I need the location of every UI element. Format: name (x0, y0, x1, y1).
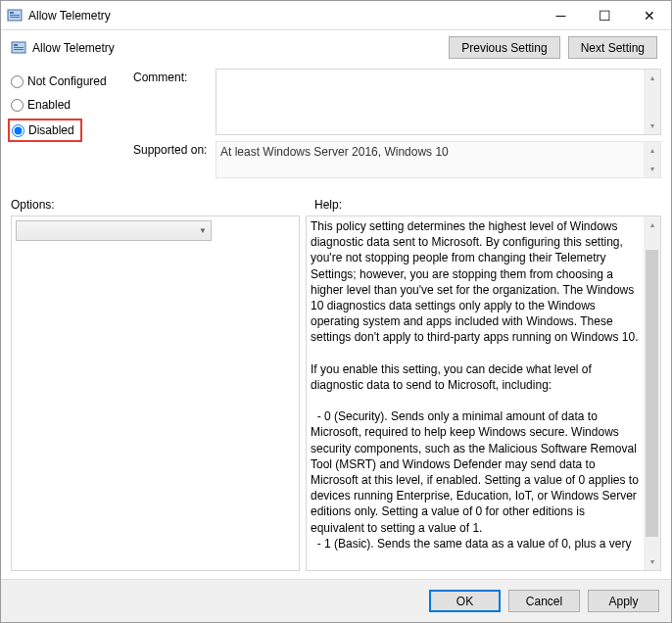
scroll-down-icon[interactable]: ▾ (644, 553, 660, 570)
policy-title: Allow Telemetry (32, 41, 449, 55)
radio-disabled-label: Disabled (28, 123, 74, 137)
radio-not-configured-input[interactable] (11, 75, 24, 88)
options-section-label: Options: (11, 198, 314, 212)
options-pane: ▼ (11, 216, 300, 571)
help-section-label: Help: (314, 198, 661, 212)
previous-setting-button[interactable]: Previous Setting (449, 36, 559, 59)
svg-rect-2 (10, 15, 20, 16)
scroll-down-icon[interactable]: ▾ (644, 161, 660, 177)
comment-box: ▴ ▾ (216, 69, 661, 135)
scroll-up-icon[interactable]: ▴ (644, 70, 660, 86)
close-button[interactable]: ✕ (627, 1, 671, 29)
scroll-up-icon[interactable]: ▴ (644, 216, 660, 233)
window-title: Allow Telemetry (28, 9, 539, 23)
svg-rect-1 (10, 12, 14, 14)
cancel-button[interactable]: Cancel (508, 590, 580, 612)
radio-enabled-label: Enabled (27, 98, 71, 112)
titlebar: Allow Telemetry ─ ☐ ✕ (1, 1, 671, 30)
scroll-down-icon[interactable]: ▾ (644, 118, 660, 134)
maximize-button[interactable]: ☐ (583, 1, 627, 29)
ok-button[interactable]: OK (429, 590, 501, 612)
supported-box: At least Windows Server 2016, Windows 10… (216, 141, 661, 178)
radio-enabled[interactable]: Enabled (11, 98, 123, 112)
policy-icon (11, 40, 26, 56)
svg-rect-5 (14, 44, 18, 46)
radio-not-configured-label: Not Configured (27, 74, 107, 88)
svg-rect-3 (10, 17, 20, 18)
radio-disabled-highlight: Disabled (8, 119, 82, 142)
radio-not-configured[interactable]: Not Configured (11, 74, 123, 88)
scroll-thumb[interactable] (646, 250, 658, 537)
chevron-down-icon: ▼ (199, 226, 207, 235)
apply-button[interactable]: Apply (588, 590, 659, 612)
state-radios: Not Configured Enabled Disabled (11, 69, 123, 184)
svg-rect-7 (14, 49, 24, 50)
options-dropdown[interactable]: ▼ (16, 220, 212, 241)
supported-label: Supported on: (133, 141, 216, 157)
next-setting-button[interactable]: Next Setting (568, 36, 657, 59)
supported-scrollbar[interactable]: ▴ ▾ (644, 142, 660, 177)
comment-input[interactable] (216, 70, 644, 134)
help-pane: This policy setting determines the highe… (306, 216, 661, 571)
policy-editor-window: Allow Telemetry ─ ☐ ✕ Allow Telemetry Pr… (0, 0, 672, 623)
dialog-footer: OK Cancel Apply (1, 579, 671, 622)
radio-disabled-input[interactable] (12, 124, 24, 137)
svg-rect-6 (14, 47, 24, 48)
radio-disabled[interactable]: Disabled (12, 123, 74, 137)
scroll-up-icon[interactable]: ▴ (644, 142, 660, 159)
comment-label: Comment: (133, 69, 216, 84)
app-icon (7, 8, 23, 24)
radio-enabled-input[interactable] (11, 99, 24, 112)
comment-scrollbar[interactable]: ▴ ▾ (644, 70, 660, 134)
help-scrollbar[interactable]: ▴ ▾ (644, 216, 660, 570)
minimize-button[interactable]: ─ (539, 1, 583, 29)
supported-value: At least Windows Server 2016, Windows 10 (220, 145, 656, 159)
help-text: This policy setting determines the highe… (307, 216, 644, 570)
header-row: Allow Telemetry Previous Setting Next Se… (1, 30, 671, 69)
window-controls: ─ ☐ ✕ (539, 1, 671, 29)
